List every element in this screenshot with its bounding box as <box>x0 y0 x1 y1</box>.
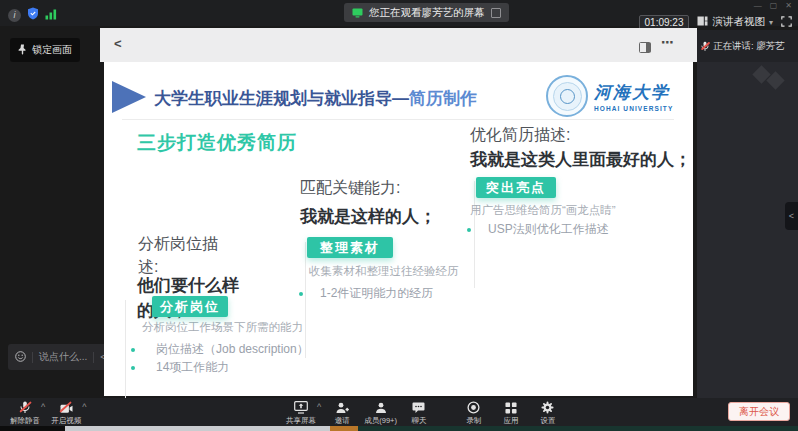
taskbar-segment <box>330 426 358 431</box>
record-circle-icon <box>467 401 480 414</box>
col2-intro: 匹配关键能力: <box>300 176 400 199</box>
members-button[interactable]: 成员(99+) <box>364 401 397 426</box>
emoji-icon[interactable] <box>15 348 26 366</box>
col3-bullet-1: USP法则优化工作描述 <box>488 221 609 238</box>
meeting-info-icon[interactable]: i <box>8 9 21 22</box>
unmute-button[interactable]: 解除静音 <box>10 401 40 426</box>
university-emblem-icon <box>546 75 588 117</box>
bullet-dot <box>467 228 471 232</box>
unmute-label: 解除静音 <box>10 416 40 426</box>
section-heading: 三步打造优秀简历 <box>137 130 297 156</box>
col1-step-badge: 分析岗位 <box>152 296 228 317</box>
bullet-dot <box>299 292 303 296</box>
emblem-core <box>560 89 575 104</box>
col2-bullet-1: 1-2件证明能力的经历 <box>320 285 433 302</box>
panel-collapse-button[interactable]: < <box>785 202 798 230</box>
security-shield-icon[interactable] <box>27 6 39 24</box>
divider <box>93 352 94 363</box>
pin-icon <box>18 41 27 59</box>
gear-icon <box>541 401 554 414</box>
col1-intro: 分析岗位描 述: <box>138 232 218 278</box>
notification-pin-icon[interactable] <box>491 8 501 18</box>
chat-bubble-icon <box>412 401 425 414</box>
record-label: 录制 <box>466 416 481 426</box>
taskbar-segment <box>65 426 330 431</box>
meeting-status-icons: i <box>8 6 57 24</box>
university-name-cn: 河海大学 <box>594 81 673 104</box>
close-icon[interactable]: ✕ <box>785 2 792 10</box>
title-underline <box>122 119 674 120</box>
leave-meeting-button[interactable]: 离开会议 <box>728 402 790 421</box>
title-triangle-icon <box>112 81 146 113</box>
taskbar-segment <box>0 426 65 431</box>
watching-screen-notification[interactable]: 您正在观看廖芳艺的屏幕 <box>344 3 509 22</box>
meeting-toolbar: 解除静音 ^ 开启视频 ^ 共享屏幕 ^ <box>0 398 798 426</box>
start-video-button[interactable]: 开启视频 <box>51 401 81 426</box>
mic-options-caret[interactable]: ^ <box>41 402 45 412</box>
university-logo: 河海大学 HOHAI UNIVERSITY <box>546 75 673 117</box>
lock-view-label: 锁定画面 <box>32 43 72 57</box>
active-speaker-bar: 正在讲话: 廖芳艺 <box>697 30 798 62</box>
leave-meeting-label: 离开会议 <box>739 405 779 419</box>
notification-text: 您正在观看廖芳艺的屏幕 <box>369 6 485 20</box>
screen-share-green-icon <box>352 4 363 22</box>
shared-app-titlebar: < ⋯ <box>100 28 697 62</box>
view-mode-button[interactable]: 演讲者视图 ▾ <box>697 15 773 29</box>
maximize-icon[interactable]: ▢ <box>770 2 778 10</box>
bullet-dot <box>131 366 135 370</box>
window-controls: — ▢ ✕ <box>754 2 792 10</box>
presentation-slide: 大学生职业生涯规划与就业指导—简历制作 河海大学 HOHAI UNIVERSIT… <box>104 62 693 396</box>
taskbar-segment <box>358 426 798 431</box>
members-label: 成员(99+) <box>364 416 397 426</box>
invite-button[interactable]: 邀请 <box>327 401 357 426</box>
video-options-caret[interactable]: ^ <box>82 402 86 412</box>
fullscreen-icon[interactable] <box>781 13 792 31</box>
invite-person-icon <box>336 401 349 414</box>
video-panel: 正在讲话: 廖芳艺 < <box>697 30 798 398</box>
lock-view-toggle[interactable]: 锁定画面 <box>10 38 80 62</box>
university-name-en: HOHAI UNIVERSITY <box>594 105 673 112</box>
network-signal-icon[interactable] <box>45 6 57 24</box>
apps-label: 应用 <box>503 416 518 426</box>
share-options-caret[interactable]: ^ <box>317 402 321 412</box>
col1-bullet-1: 岗位描述（Job description） <box>156 341 309 358</box>
chevron-left-icon: < <box>789 211 794 221</box>
col2-card-line <box>305 242 306 358</box>
share-screen-label: 共享屏幕 <box>286 416 316 426</box>
members-person-icon <box>375 401 387 414</box>
col2-claim: 我就是这样的人； <box>300 204 436 229</box>
apps-button[interactable]: 应用 <box>496 401 526 426</box>
bullet-dot <box>131 348 135 352</box>
layout-grid-icon <box>697 16 708 28</box>
record-button[interactable]: 录制 <box>459 401 489 426</box>
more-options-icon[interactable]: ⋯ <box>661 35 675 50</box>
slide-title-prefix: 大学生职业生涯规划与就业指导— <box>154 89 409 108</box>
col3-card-line <box>474 181 475 288</box>
back-icon[interactable]: < <box>114 36 122 51</box>
settings-label: 设置 <box>540 416 555 426</box>
settings-button[interactable]: 设置 <box>533 401 563 426</box>
col3-intro: 优化简历描述: <box>470 123 570 146</box>
col2-step-badge: 整理素材 <box>307 237 393 258</box>
taskbar-sliver <box>0 426 798 431</box>
quick-chat-input[interactable]: 说点什么... <box>39 350 87 364</box>
toolbar-left-group: 解除静音 ^ 开启视频 ^ <box>10 401 92 426</box>
camera-off-icon <box>60 401 73 414</box>
col2-desc: 收集素材和整理过往经验经历 <box>309 264 459 279</box>
meeting-app-window: i 您正在观看廖芳艺的屏幕 — ▢ ✕ 01:09:23 <box>0 0 798 431</box>
share-screen-button[interactable]: 共享屏幕 <box>286 401 316 426</box>
chevron-down-icon: ▾ <box>769 18 773 27</box>
share-screen-icon <box>294 401 308 414</box>
start-video-label: 开启视频 <box>51 416 81 426</box>
col3-claim: 我就是这类人里面最好的人； <box>470 147 691 172</box>
chat-button[interactable]: 聊天 <box>404 401 434 426</box>
view-mode-label: 演讲者视图 <box>712 15 765 29</box>
apps-grid-icon <box>505 401 517 414</box>
mic-muted-icon <box>701 41 709 52</box>
col3-desc: 用广告思维给简历“画龙点睛” <box>470 203 616 218</box>
divider <box>32 352 33 363</box>
minimize-icon[interactable]: — <box>754 2 762 10</box>
mic-muted-icon <box>20 401 30 414</box>
university-name: 河海大学 HOHAI UNIVERSITY <box>594 81 673 112</box>
sidebar-panel-icon[interactable] <box>639 39 651 57</box>
